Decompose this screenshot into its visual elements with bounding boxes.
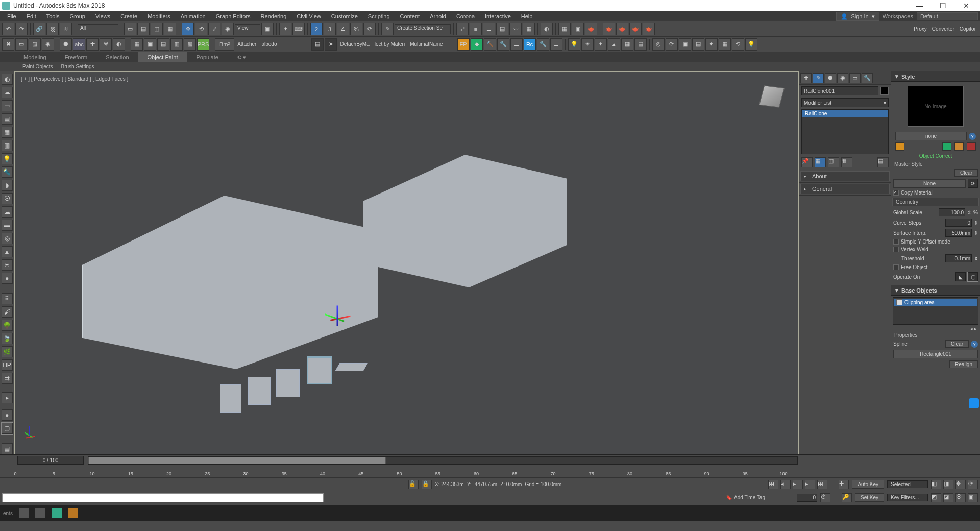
viewport-label[interactable]: [ + ] [ Perspective ] [ Standard ] [ Edg… — [21, 76, 128, 82]
bind-button[interactable]: ≋ — [60, 23, 72, 35]
render-frame-button[interactable]: ▣ — [572, 23, 584, 35]
ls-tree[interactable]: 🌳 — [2, 320, 13, 331]
list-scroll-arrows[interactable]: ◂ ▸ — [891, 326, 980, 331]
tab-object-paint[interactable]: Object Paint — [138, 52, 187, 62]
base-list-item[interactable]: Clipping area — [894, 299, 977, 306]
tool-c4[interactable]: ▥ — [170, 38, 183, 51]
selectby-label[interactable]: lect by Materi — [373, 41, 407, 47]
nav-6-button[interactable]: ◪ — [943, 493, 953, 502]
modifier-stack-item[interactable]: RailClone — [802, 110, 888, 117]
undo-button[interactable]: ↶ — [2, 23, 14, 35]
abc-button[interactable]: abc — [73, 38, 85, 51]
spinner-snap-button[interactable]: ⟳ — [363, 23, 376, 35]
light-1-button[interactable]: 💡 — [568, 38, 580, 51]
rollout-about[interactable]: ▸ About — [800, 171, 890, 181]
teapot-2-button[interactable]: 🫖 — [616, 23, 628, 35]
placement-button[interactable]: ◉ — [222, 23, 234, 35]
snap-2d-button[interactable]: 2 — [310, 23, 323, 35]
ls-leaf[interactable]: 🍃 — [2, 333, 13, 344]
nav-8-button[interactable]: ▣ — [968, 493, 978, 502]
rc-button[interactable]: Rc — [524, 38, 536, 51]
nav-5-button[interactable]: ◩ — [931, 493, 941, 502]
tool-a2[interactable]: ▭ — [15, 38, 28, 51]
help-icon[interactable]: ? — [969, 133, 976, 140]
display-tab[interactable]: ▭ — [849, 73, 861, 83]
move-button[interactable]: ✥ — [182, 23, 194, 35]
make-unique-button[interactable]: ◫ — [828, 157, 839, 167]
misc-3-button[interactable]: ▣ — [679, 38, 691, 51]
misc-6-button[interactable]: ▦ — [719, 38, 731, 51]
list2-button[interactable]: ☰ — [550, 38, 562, 51]
sign-in-button[interactable]: 👤 Sign In ▾ — [836, 12, 879, 21]
ls-rect2[interactable]: ▤ — [2, 113, 13, 125]
curve-steps-spinner[interactable]: 0 — [945, 219, 972, 227]
base-objects-header[interactable]: ▾ Base Objects — [891, 285, 980, 296]
menu-interactive[interactable]: Interactive — [480, 11, 516, 21]
taskbar-icon-4[interactable] — [68, 508, 78, 518]
ls-lamp[interactable]: 🔦 — [2, 166, 13, 178]
menu-content[interactable]: Content — [395, 11, 425, 21]
time-slider[interactable] — [88, 456, 798, 465]
modify-tab[interactable]: ✎ — [813, 73, 824, 83]
menu-modifiers[interactable]: Modifiers — [142, 11, 176, 21]
tool-c5[interactable]: ▧ — [184, 38, 196, 51]
ls-cloud[interactable]: ☁ — [2, 87, 13, 98]
simple-y-check[interactable] — [893, 239, 899, 245]
named-sel-set[interactable]: Create Selection Se — [395, 24, 451, 34]
help-icon[interactable]: ? — [971, 341, 978, 348]
ls-rect1[interactable]: ▭ — [2, 100, 13, 111]
nav-7-button[interactable]: ⦿ — [955, 493, 966, 502]
key-filters-button[interactable]: Key Filters... — [887, 494, 928, 501]
ls-dome[interactable]: ◗ — [2, 180, 13, 191]
tool-c1[interactable]: ▦ — [131, 38, 143, 51]
tab-freeform[interactable]: Freeform — [56, 52, 97, 62]
ls-selected[interactable]: ▢ — [2, 423, 13, 434]
create-tab[interactable]: ✚ — [800, 73, 812, 83]
light-6-button[interactable]: ▤ — [634, 38, 647, 51]
menu-group[interactable]: Group — [64, 11, 90, 21]
selection-filter[interactable]: All — [78, 24, 118, 34]
prs-button[interactable]: PRS — [197, 38, 209, 51]
percent-snap-button[interactable]: % — [350, 23, 362, 35]
viewcube[interactable] — [756, 83, 787, 114]
rectangle-button[interactable]: Rectangle001 — [893, 350, 978, 358]
converter-label[interactable]: Converter — [930, 26, 957, 32]
menu-civil-view[interactable]: Civil View — [291, 11, 326, 21]
menu-graph-editors[interactable]: Graph Editors — [211, 11, 256, 21]
paint-objects-label[interactable]: Paint Objects — [22, 64, 53, 69]
misc-2-button[interactable]: ⟳ — [666, 38, 678, 51]
key-mode-button[interactable]: ✚ — [839, 480, 849, 489]
pin-stack-button[interactable]: 📌 — [801, 157, 813, 167]
menu-tools[interactable]: Tools — [41, 11, 65, 21]
ls-circle[interactable]: ⦿ — [2, 193, 13, 204]
style-new-icon[interactable] — [942, 142, 951, 151]
free-object-check[interactable] — [893, 264, 899, 270]
scale-button[interactable]: ⤢ — [208, 23, 220, 35]
tool-a4[interactable]: ◉ — [42, 38, 54, 51]
goto-end-button[interactable]: ⏭ — [817, 480, 827, 489]
tool-b1[interactable]: ⬢ — [60, 38, 72, 51]
mirror-button[interactable]: ⇄ — [456, 23, 469, 35]
configure-button[interactable]: ▤ — [877, 157, 889, 167]
ls-hp[interactable]: HP — [2, 359, 13, 371]
add-time-tag[interactable]: 🔖 Add Time Tag — [726, 495, 765, 500]
modifier-list-dropdown[interactable]: Modifier List ▾ — [801, 98, 889, 107]
ls-bulb[interactable]: 💡 — [2, 153, 13, 164]
copy-material-check[interactable] — [893, 190, 899, 196]
window-crossing-button[interactable]: ▦ — [164, 23, 176, 35]
cursor-tool[interactable]: ➤ — [325, 38, 337, 51]
style-copy-icon[interactable] — [954, 142, 964, 151]
manip-button[interactable]: ✦ — [279, 23, 291, 35]
time-config-button[interactable]: ⏱ — [820, 493, 830, 502]
misc-4-button[interactable]: ▤ — [692, 38, 704, 51]
ls-fill[interactable]: ▬ — [2, 220, 13, 231]
tool-c3[interactable]: ▤ — [157, 38, 169, 51]
tab-modeling[interactable]: Modeling — [14, 52, 56, 62]
tool-a1[interactable]: ✖ — [2, 38, 14, 51]
misc-1-button[interactable]: ◎ — [652, 38, 665, 51]
object-name-input[interactable] — [801, 86, 878, 95]
utilities-tab[interactable]: 🔧 — [862, 73, 873, 83]
transform-gizmo[interactable] — [307, 298, 348, 339]
menu-help[interactable]: Help — [516, 11, 538, 21]
bmr-button[interactable]: Bm² — [215, 38, 234, 51]
